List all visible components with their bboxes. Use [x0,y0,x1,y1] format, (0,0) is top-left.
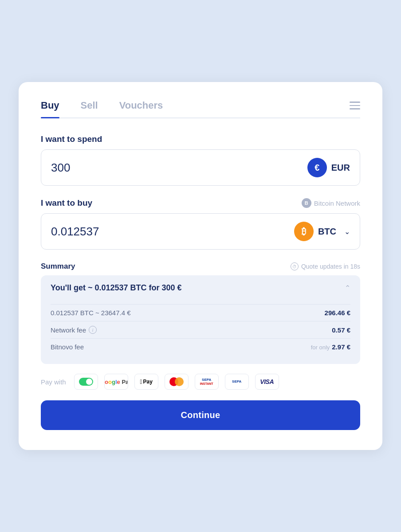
spend-input-box: 300 € EUR [41,149,360,186]
buy-label: I want to buy [41,198,92,208]
pay-with-label: Pay with [41,378,66,386]
buy-amount[interactable]: 0.012537 [51,225,294,239]
bitcoin-network-badge: B Bitcoin Network [302,198,360,208]
summary-header-row: Summary ⏱ Quote updates in 18s [41,262,360,271]
chevron-down-icon: ⌄ [344,227,350,236]
spend-currency-badge: € EUR [307,158,350,177]
info-icon[interactable]: i [89,326,97,334]
payment-applepay[interactable]:  Pay [134,374,158,390]
summary-row-network-fee-label: Network fee i [51,326,97,334]
hamburger-menu-icon[interactable] [350,102,360,116]
mc-orange-circle [175,377,184,386]
quote-update: ⏱ Quote updates in 18s [291,262,360,270]
buy-currency-label: BTC [318,227,336,237]
for-only-text: for only [311,344,330,351]
buy-input-box: 0.012537 ₿ BTC ⌄ [41,213,360,250]
payment-gpay[interactable]: Google Pay [104,374,128,390]
main-card: Buy Sell Vouchers I want to spend 300 € … [19,82,382,450]
tab-buy[interactable]: Buy [41,100,59,117]
summary-label: Summary [41,262,75,271]
spend-label: I want to spend [41,134,360,144]
tabs-container: Buy Sell Vouchers [41,100,360,118]
summary-details: 0.012537 BTC ~ 23647.4 € 296.46 € Networ… [41,301,360,364]
tab-vouchers[interactable]: Vouchers [119,100,163,117]
summary-row-bitnovo-fee-value: for only 2.97 € [311,343,350,351]
summary-row-bitnovo-fee-label: Bitnovo fee [51,343,84,351]
btc-small-icon: B [302,198,311,208]
eur-icon: € [307,158,327,177]
btc-icon: ₿ [294,222,314,241]
summary-title: You'll get ~ 0.012537 BTC for 300 € [51,283,182,293]
summary-box: You'll get ~ 0.012537 BTC for 300 € ⌃ 0.… [41,275,360,364]
summary-title-row[interactable]: You'll get ~ 0.012537 BTC for 300 € ⌃ [41,275,360,301]
payment-toggle[interactable] [74,374,98,390]
summary-row-btc-label: 0.012537 BTC ~ 23647.4 € [51,309,131,317]
buy-header-row: I want to buy B Bitcoin Network [41,198,360,208]
buy-currency-badge[interactable]: ₿ BTC ⌄ [294,222,350,241]
clock-icon: ⏱ [291,262,299,270]
spend-amount[interactable]: 300 [51,161,307,175]
payment-sepa[interactable]: SEPA [225,374,249,390]
summary-row-btc: 0.012537 BTC ~ 23647.4 € 296.46 € [51,304,350,321]
bitcoin-network-label: Bitcoin Network [314,200,360,207]
quote-update-text: Quote updates in 18s [301,263,360,270]
payment-mastercard[interactable] [165,374,189,390]
summary-row-network-fee-value: 0.57 € [332,326,350,334]
tab-sell[interactable]: Sell [81,100,98,117]
chevron-up-icon: ⌃ [345,284,350,292]
summary-row-bitnovo-fee: Bitnovo fee for only 2.97 € [51,338,350,355]
continue-button[interactable]: Continue [41,400,360,430]
bitnovo-fee-amount: 2.97 € [332,343,350,351]
spend-currency-label: EUR [331,163,350,173]
pay-with-section: Pay with Google Pay  Pay [41,374,360,390]
payment-sepa-instant[interactable]: SEPA INSTANT [195,374,219,390]
summary-row-network-fee: Network fee i 0.57 € [51,321,350,338]
payment-visa[interactable]: VISA [255,374,279,390]
summary-row-btc-value: 296.46 € [325,309,350,317]
